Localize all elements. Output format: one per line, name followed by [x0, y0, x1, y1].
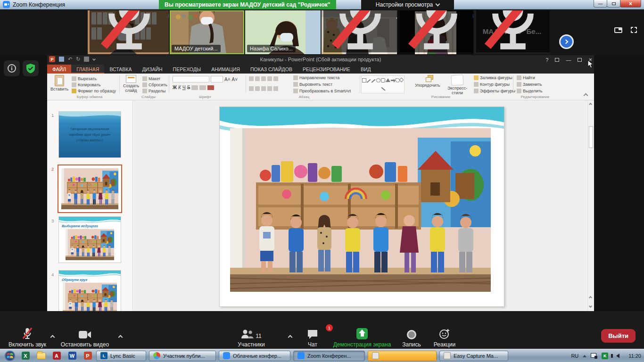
participants-button[interactable]: 11 Участники — [225, 327, 277, 348]
start-button[interactable] — [4, 351, 16, 361]
close-button[interactable]: × — [620, 0, 641, 8]
replace-button[interactable]: Заменить — [517, 82, 542, 87]
slide-thumbnail-4[interactable]: Образуем круг — [58, 270, 121, 311]
share-screen-button[interactable]: Демонстрация экрана — [329, 327, 395, 348]
minimize-button[interactable]: — — [594, 0, 607, 8]
ribbon-options-icon[interactable] — [555, 58, 559, 62]
font-color-icon[interactable] — [207, 85, 214, 90]
grow-font-icon[interactable]: А˄ — [224, 77, 231, 82]
view-layout-icon[interactable] — [614, 27, 622, 33]
reactions-button[interactable]: Реакции — [428, 327, 461, 348]
tab-animations[interactable]: АНИМАЦИЯ — [206, 65, 245, 74]
shape-effects-button[interactable]: Эффекты фигуры — [474, 89, 515, 93]
participant-tile-4[interactable]: Детский сад ... — [322, 10, 397, 54]
shape-line3-icon[interactable] — [381, 86, 385, 90]
taskbar-word-icon[interactable]: W — [66, 351, 78, 361]
font-size-input[interactable] — [211, 76, 223, 82]
slide-thumbnail-3[interactable]: Выбираем ведущего — [58, 216, 121, 263]
ppt-restore-button[interactable] — [578, 58, 582, 62]
kaspersky-icon[interactable]: K — [602, 353, 608, 359]
previous-slide-icon[interactable] — [589, 296, 592, 299]
shape-diamond-icon[interactable] — [399, 78, 404, 82]
tab-review[interactable]: РЕЦЕНЗИРОВАНИЕ — [297, 65, 355, 74]
taskbar-powerpoint-icon[interactable]: P — [82, 351, 93, 361]
tab-insert[interactable]: ВСТАВКА — [104, 65, 137, 74]
columns-icon[interactable] — [273, 86, 278, 91]
taskbar-button-lync[interactable]: L Lync Basic — [96, 351, 146, 361]
quick-styles-button[interactable]: Экспресс-стили — [444, 75, 471, 96]
stop-video-button[interactable]: Остановить видео — [56, 327, 114, 348]
cut-button[interactable]: Вырезать — [72, 76, 97, 81]
select-button[interactable]: Выделить — [517, 89, 543, 93]
arrange-button[interactable]: Упорядочить — [413, 75, 443, 88]
leave-meeting-button[interactable]: Выйти — [601, 329, 636, 343]
layout-button[interactable]: Макет — [142, 76, 160, 81]
align-center-icon[interactable] — [255, 86, 260, 91]
shape-fill-button[interactable]: Заливка фигуры — [474, 75, 512, 80]
participants-options-chevron[interactable] — [288, 335, 293, 340]
increase-indent-icon[interactable] — [267, 76, 272, 81]
paste-button[interactable]: Вставить — [49, 75, 70, 92]
tab-slideshow[interactable]: ПОКАЗ СЛАЙДОВ — [245, 65, 297, 74]
copy-button[interactable]: Копировать — [72, 82, 100, 87]
shape-rounded-rect-icon[interactable] — [381, 78, 385, 82]
char-spacing-icon[interactable] — [199, 85, 206, 90]
unmute-button[interactable]: Включить звук — [4, 327, 51, 348]
shape-outline-button[interactable]: Контур фигуры — [474, 82, 510, 87]
taskbar-explorer-icon[interactable] — [35, 351, 47, 361]
fullscreen-icon[interactable] — [631, 27, 637, 33]
shape-line2-icon[interactable] — [372, 78, 376, 82]
taskbar-excel-icon[interactable]: X — [20, 351, 31, 361]
shape-triangle-icon[interactable] — [386, 78, 390, 82]
audio-options-chevron[interactable] — [50, 335, 55, 340]
chat-button[interactable]: 1 Чат — [297, 327, 328, 348]
next-participants-button[interactable] — [559, 34, 574, 49]
text-shadow-icon[interactable] — [191, 85, 198, 90]
taskbar-button-zoom-meeting[interactable]: Zoom Конферен... — [293, 351, 365, 361]
tab-design[interactable]: ДИЗАЙН — [137, 65, 167, 74]
restore-button[interactable] — [607, 0, 620, 8]
font-name-input[interactable] — [173, 76, 209, 82]
strikethrough-button[interactable]: S — [187, 85, 190, 90]
collapse-ribbon-icon[interactable] — [584, 93, 588, 98]
underline-button[interactable]: Ч — [182, 85, 186, 90]
tab-file[interactable]: ФАЙЛ — [47, 65, 71, 74]
shapes-gallery[interactable] — [361, 75, 405, 93]
ppt-minimize-button[interactable]: — — [566, 57, 571, 63]
format-painter-button[interactable]: Формат по образцу — [72, 89, 116, 93]
show-hidden-icons[interactable] — [583, 355, 586, 357]
participant-tile-3[interactable]: Назифа Салихо... — [245, 10, 321, 54]
taskbar-button-zoom-cloud[interactable]: Облачные конфер... — [219, 351, 290, 361]
numbering-icon[interactable] — [255, 76, 260, 81]
current-slide[interactable] — [219, 107, 504, 307]
tab-view[interactable]: ВИД — [355, 65, 376, 74]
help-icon[interactable]: ? — [545, 57, 548, 63]
tab-transitions[interactable]: ПЕРЕХОДЫ — [168, 65, 206, 74]
record-button[interactable]: Запись — [396, 327, 427, 348]
shrink-font-icon[interactable]: А˅ — [232, 77, 238, 82]
language-indicator[interactable]: RU — [571, 353, 578, 359]
taskbar-button-easy-capture[interactable]: Easy Capture Ma... — [439, 351, 508, 361]
network-icon[interactable] — [591, 353, 597, 359]
shape-line-icon[interactable] — [367, 78, 371, 82]
align-right-icon[interactable] — [261, 86, 266, 91]
participant-tile-6[interactable]: МАДОУ д/с "Бе... — [474, 10, 550, 54]
participant-tile-5[interactable]: Кидрасова К... — [398, 10, 473, 54]
view-settings-button[interactable]: Настройки просмотра — [361, 0, 454, 9]
participant-tile-2-active-speaker[interactable]: МАДОУ детский... — [170, 10, 244, 54]
new-slide-button[interactable]: Создать слайд — [121, 75, 141, 93]
bold-button[interactable]: Ж — [173, 85, 177, 90]
next-slide-icon[interactable] — [589, 304, 592, 308]
font-name-box[interactable]: А˄ А˅ — [173, 76, 238, 82]
meeting-info-button[interactable]: i — [4, 60, 20, 76]
align-text-button[interactable]: Выровнять текст — [293, 82, 332, 87]
slide-thumbnail-2-selected[interactable] — [58, 165, 122, 213]
scrollbar-thumb[interactable] — [589, 126, 593, 148]
find-button[interactable]: Найти — [517, 75, 535, 80]
shape-oval-icon[interactable] — [376, 78, 380, 82]
italic-button[interactable]: К — [178, 85, 181, 90]
participant-tile-1[interactable]: Панаева Вал... — [88, 10, 169, 54]
ppt-vertical-scrollbar[interactable] — [587, 100, 594, 311]
taskbar-button-powerpoint-flashing[interactable] — [368, 351, 437, 361]
video-options-chevron[interactable] — [118, 335, 123, 340]
